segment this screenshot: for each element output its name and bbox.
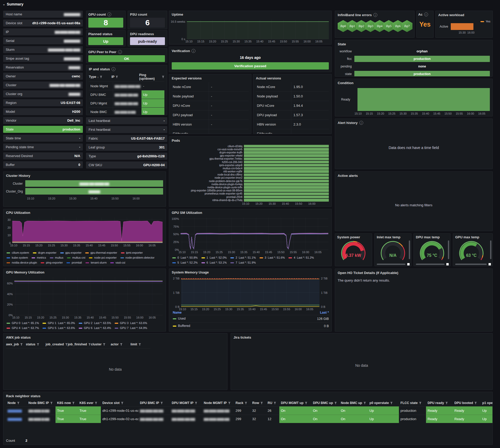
filter-icon[interactable] <box>115 76 118 78</box>
column-header[interactable]: Node BMC up <box>339 400 368 406</box>
filter-icon[interactable] <box>228 402 231 404</box>
column-header[interactable]: DPU BMC IP <box>138 400 170 406</box>
legend-item[interactable]: 2Last *: 51.1% <box>230 256 256 260</box>
filter-icon[interactable] <box>445 402 448 404</box>
legend-item[interactable]: ipmi-exporter <box>121 251 143 255</box>
pod-bar[interactable] <box>244 151 329 154</box>
legend-item[interactable]: node-problem-detector <box>120 256 155 260</box>
column-header[interactable]: Node MGMT IP <box>202 400 234 406</box>
legend-item[interactable]: tenant-slurm <box>85 260 107 265</box>
name-column-header[interactable]: Name <box>173 311 182 314</box>
column-header[interactable]: Node <box>6 400 27 406</box>
filter-icon[interactable] <box>334 402 337 404</box>
info-icon[interactable]: i <box>107 13 111 16</box>
filter-icon[interactable] <box>195 402 197 404</box>
column-header[interactable]: Node BMC IP <box>27 400 55 406</box>
horizontal-scrollbar[interactable] <box>377 264 405 265</box>
filter-icon[interactable] <box>65 343 68 346</box>
legend-item[interactable]: GPU 7Last *: 64.9% <box>115 326 147 330</box>
legend-item[interactable]: 3Last *: 51.6% <box>260 256 285 260</box>
filter-icon[interactable] <box>474 402 477 404</box>
legend-item[interactable]: 1Last *: 52.0% <box>201 256 227 260</box>
filter-icon[interactable] <box>245 402 247 404</box>
legend-item[interactable]: GPU 4Last *: 63.7% <box>7 326 39 330</box>
column-header[interactable]: DPU BMC up <box>311 400 339 406</box>
pod-bar[interactable] <box>244 154 329 157</box>
info-icon[interactable]: i <box>359 121 363 125</box>
pod-bar[interactable] <box>244 148 329 151</box>
legend-item[interactable]: GPU 1Last *: 65.0% <box>42 321 75 325</box>
sort-desc-icon[interactable]: ↓ <box>97 75 99 78</box>
filter-icon[interactable] <box>103 343 106 346</box>
filter-icon[interactable] <box>363 402 366 404</box>
info-icon[interactable]: i <box>118 50 122 54</box>
legend-item[interactable]: ping-exporter <box>41 260 63 265</box>
legend-item[interactable]: GPU 3Last *: 63.6% <box>115 321 147 325</box>
legend-item[interactable]: multus <box>50 256 63 260</box>
filter-icon[interactable] <box>50 402 53 404</box>
pod-bar[interactable] <box>244 177 329 179</box>
legend-item[interactable]: Used <box>173 316 186 321</box>
pod-bar[interactable] <box>244 183 329 186</box>
pod-bar[interactable] <box>244 199 329 202</box>
filter-icon[interactable] <box>260 402 263 404</box>
column-header[interactable]: DPU MGMT up <box>279 400 311 406</box>
filter-icon[interactable] <box>95 402 97 404</box>
info-icon[interactable]: i <box>112 67 115 71</box>
legend-item[interactable]: kube-system <box>7 256 28 260</box>
column-header[interactable]: FLCC state <box>399 400 426 406</box>
legend-item[interactable]: GPU 6Last *: 63.4% <box>79 326 111 330</box>
column-header[interactable]: DPU ready <box>426 400 453 406</box>
pod-bar[interactable] <box>244 180 329 183</box>
pod-bar[interactable] <box>244 145 329 148</box>
filter-icon[interactable] <box>419 402 422 404</box>
pod-bar[interactable] <box>244 161 329 164</box>
filter-icon[interactable] <box>121 402 124 404</box>
vertical-scrollbar[interactable] <box>448 240 449 259</box>
legend-item[interactable]: dcgm-exporter <box>33 251 57 255</box>
legend-item[interactable]: node-pci-exporter <box>89 256 116 260</box>
filter-icon[interactable] <box>17 402 20 404</box>
legend-item[interactable]: GPU 2Last *: 63.5% <box>79 321 111 325</box>
info-icon[interactable]: i <box>424 13 428 16</box>
summary-collapse-row[interactable]: ⌄ Summary <box>3 2 23 6</box>
legend-item[interactable]: Buffered <box>173 324 190 328</box>
column-header[interactable]: K8S now <box>55 400 78 406</box>
column-header[interactable]: awx_job <box>6 343 26 346</box>
filter-icon[interactable] <box>138 343 141 346</box>
vertical-scrollbar[interactable] <box>490 240 491 259</box>
column-header[interactable]: RU <box>266 400 279 406</box>
column-header[interactable]: Row <box>251 400 266 406</box>
column-header[interactable]: p0 operstate <box>368 400 399 406</box>
legend-item[interactable]: 4Last *: 51.2% <box>288 256 314 260</box>
legend-item[interactable]: vast-csi <box>110 260 125 265</box>
filter-icon[interactable] <box>100 76 102 78</box>
column-header[interactable]: job_finished <box>68 343 91 346</box>
filter-icon[interactable] <box>20 343 23 346</box>
filter-icon[interactable] <box>72 402 75 404</box>
column-header[interactable]: DPU booted <box>453 400 481 406</box>
legend-item[interactable]: 5Last *: 52.2% <box>172 260 198 265</box>
column-header[interactable]: Rack <box>234 400 251 406</box>
node-link[interactable]: ▆▆▆▆▆▆ <box>8 417 22 421</box>
filter-icon[interactable] <box>274 402 276 404</box>
pod-bar[interactable] <box>244 158 329 160</box>
legend-item[interactable]: metrics <box>32 256 46 260</box>
legend-item[interactable]: 0Last *: 50.8% <box>172 256 198 260</box>
filter-icon[interactable] <box>88 343 91 346</box>
filter-icon[interactable] <box>390 402 393 404</box>
column-header[interactable]: status <box>26 343 46 346</box>
pod-bar[interactable] <box>244 186 329 189</box>
column-header[interactable]: DPU MGMT IP <box>170 400 202 406</box>
pod-bar[interactable] <box>244 167 329 170</box>
timeline-bar[interactable] <box>357 88 490 111</box>
legend-item[interactable]: multus-cni <box>67 256 85 260</box>
pod-bar[interactable] <box>244 189 329 192</box>
pod-bar[interactable] <box>244 170 329 173</box>
pod-bar[interactable] <box>244 173 329 176</box>
legend-item[interactable]: nvidia-device-plugin <box>7 260 37 265</box>
timeline-bar[interactable] <box>451 23 473 30</box>
column-header[interactable]: actor <box>111 343 131 346</box>
last-column-header[interactable]: Last * <box>320 311 329 314</box>
column-header[interactable]: cluster <box>91 343 111 346</box>
